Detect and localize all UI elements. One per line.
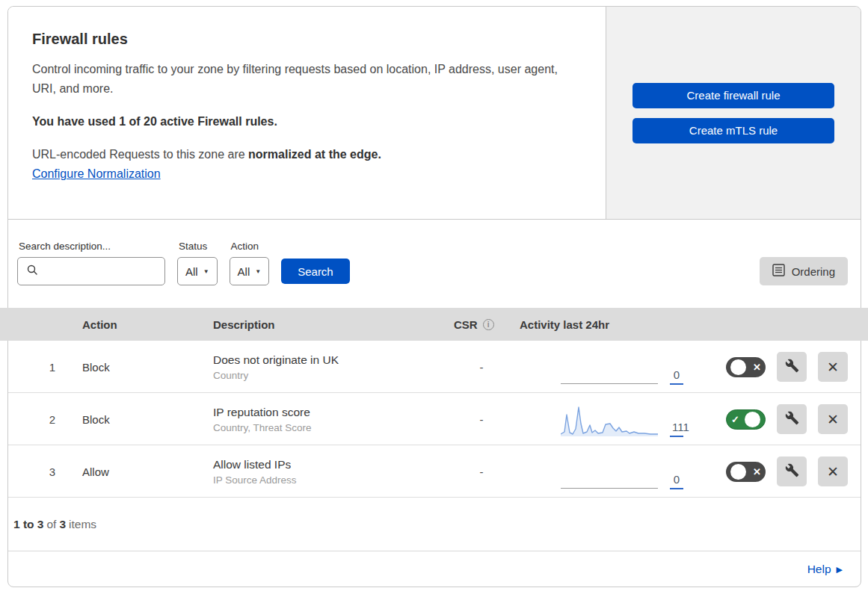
close-icon: ✕ (827, 412, 839, 427)
rule-csr-value: - (446, 413, 512, 426)
column-csr: CSR i (446, 318, 512, 331)
action-filter-group: Action All ▼ (230, 241, 270, 285)
search-button[interactable]: Search (281, 259, 350, 284)
hero-actions: Create firewall rule Create mTLS rule (606, 7, 861, 219)
help-link[interactable]: Help ▶ (807, 563, 843, 576)
action-label: Action (231, 241, 270, 252)
toggle-knob (730, 359, 746, 375)
x-icon: ✕ (753, 362, 761, 372)
rule-priority: 2 (8, 413, 75, 426)
action-filter-select[interactable]: All ▼ (230, 257, 270, 285)
search-field-group: Search description... (17, 241, 165, 285)
rule-activity-cell: 0 (512, 445, 680, 498)
configure-normalization-link[interactable]: Configure Normalization (32, 167, 161, 180)
search-label: Search description... (19, 241, 165, 252)
chevron-down-icon: ▼ (203, 268, 209, 275)
search-icon (26, 264, 38, 279)
rule-description-cell: IP reputation scoreCountry, Threat Score (206, 406, 446, 433)
page-title: Firewall rules (32, 31, 564, 48)
rule-csr-value: - (446, 361, 512, 374)
delete-rule-button[interactable]: ✕ (818, 404, 848, 434)
rule-description: Allow listed IPs (213, 458, 446, 471)
usage-summary: You have used 1 of 20 active Firewall ru… (32, 115, 564, 129)
close-icon: ✕ (827, 465, 839, 479)
delete-rule-button[interactable]: ✕ (818, 352, 848, 382)
rule-fields: IP Source Address (213, 474, 446, 486)
activity-sparkline (561, 488, 658, 489)
chevron-down-icon: ▼ (255, 268, 261, 275)
column-action: Action (75, 318, 206, 331)
rule-activity-cell: 0 (512, 341, 680, 393)
x-icon: ✕ (753, 467, 761, 477)
wrench-icon (785, 359, 799, 375)
rule-fields: Country, Threat Score (213, 422, 446, 433)
normalization-note: URL-encoded Requests to this zone are no… (32, 148, 564, 161)
rule-description-cell: Does not originate in UKCountry (206, 353, 446, 381)
create-firewall-rule-button[interactable]: Create firewall rule (632, 83, 834, 108)
rule-csr-value: - (446, 465, 512, 478)
create-mtls-rule-button[interactable]: Create mTLS rule (632, 118, 834, 143)
table-header: Action Description CSR i Activity last 2… (0, 308, 868, 341)
rule-activity-cell: 111 (512, 393, 680, 445)
check-icon: ✓ (731, 415, 739, 424)
rule-priority: 3 (8, 465, 75, 478)
search-description-input[interactable] (38, 258, 179, 285)
status-label: Status (179, 241, 218, 252)
firewall-rules-panel: Firewall rules Control incoming traffic … (7, 6, 861, 587)
edit-rule-button[interactable] (777, 404, 807, 434)
rule-enabled-toggle[interactable]: ✕ (726, 357, 766, 377)
edit-rule-button[interactable] (777, 352, 807, 382)
table-row: 1BlockDoes not originate in UKCountry-0✕… (8, 341, 861, 393)
rule-enabled-toggle[interactable]: ✕ (726, 462, 766, 482)
rule-action: Block (75, 361, 206, 374)
toggle-knob (745, 412, 760, 427)
table-row: 2BlockIP reputation scoreCountry, Threat… (8, 393, 861, 445)
ordering-list-icon (772, 264, 785, 279)
pagination-summary: 1 to 3 of 3 items (8, 498, 861, 551)
table-body: 1BlockDoes not originate in UKCountry-0✕… (8, 341, 861, 498)
delete-rule-button[interactable]: ✕ (818, 457, 848, 486)
rule-description: Does not originate in UK (213, 353, 446, 367)
toggle-knob (730, 464, 746, 480)
hero-text: Firewall rules Control incoming traffic … (8, 7, 606, 219)
info-icon[interactable]: i (483, 319, 494, 330)
column-activity: Activity last 24hr (512, 318, 680, 331)
edit-rule-button[interactable] (777, 457, 807, 486)
ordering-button[interactable]: Ordering (760, 257, 848, 285)
status-filter-group: Status All ▼ (177, 241, 218, 285)
help-bar: Help ▶ (8, 551, 861, 587)
wrench-icon (785, 463, 799, 480)
rule-controls: ✕✕ (680, 352, 861, 382)
rule-description-cell: Allow listed IPsIP Source Address (206, 458, 446, 486)
close-icon: ✕ (827, 360, 839, 374)
rule-priority: 1 (8, 361, 75, 374)
activity-sparkline (561, 404, 658, 437)
table-row: 3AllowAllow listed IPsIP Source Address-… (8, 445, 861, 498)
rule-description: IP reputation score (213, 406, 446, 419)
rule-fields: Country (213, 370, 446, 381)
rule-controls: ✕✕ (680, 457, 861, 486)
arrow-right-icon: ▶ (837, 565, 843, 575)
filter-bar: Search description... Status All ▼ Actio… (8, 220, 861, 308)
hero-section: Firewall rules Control incoming traffic … (8, 7, 861, 220)
rule-enabled-toggle[interactable]: ✓ (726, 409, 766, 430)
search-box[interactable] (17, 257, 165, 285)
rule-action: Block (75, 413, 206, 426)
rule-controls: ✓✕ (680, 404, 861, 434)
page-description: Control incoming traffic to your zone by… (32, 60, 559, 99)
activity-sparkline (561, 383, 658, 385)
rule-action: Allow (75, 465, 206, 478)
column-description: Description (206, 318, 446, 331)
wrench-icon (785, 411, 799, 427)
status-filter-select[interactable]: All ▼ (177, 257, 218, 285)
